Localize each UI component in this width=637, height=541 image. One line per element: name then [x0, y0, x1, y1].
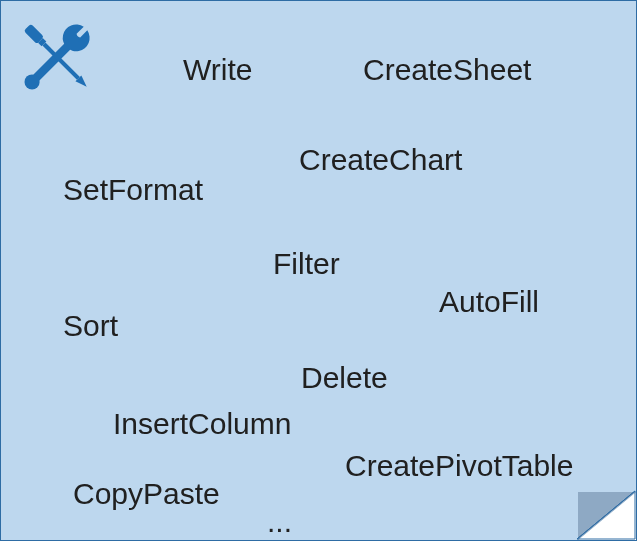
word-filter: Filter: [273, 247, 340, 281]
page-fold-corner: [578, 492, 636, 540]
sticky-note-panel: Write CreateSheet CreateChart SetFormat …: [0, 0, 637, 541]
word-setformat: SetFormat: [63, 173, 203, 207]
word-createchart: CreateChart: [299, 143, 462, 177]
word-createpivottable: CreatePivotTable: [345, 449, 573, 483]
tools-icon: [15, 15, 99, 99]
word-write: Write: [183, 53, 252, 87]
word-insertcolumn: InsertColumn: [113, 407, 291, 441]
word-sort: Sort: [63, 309, 118, 343]
word-autofill: AutoFill: [439, 285, 539, 319]
word-copypaste: CopyPaste: [73, 477, 220, 511]
word-ellipsis: ...: [267, 505, 292, 539]
word-createsheet: CreateSheet: [363, 53, 531, 87]
word-delete: Delete: [301, 361, 388, 395]
